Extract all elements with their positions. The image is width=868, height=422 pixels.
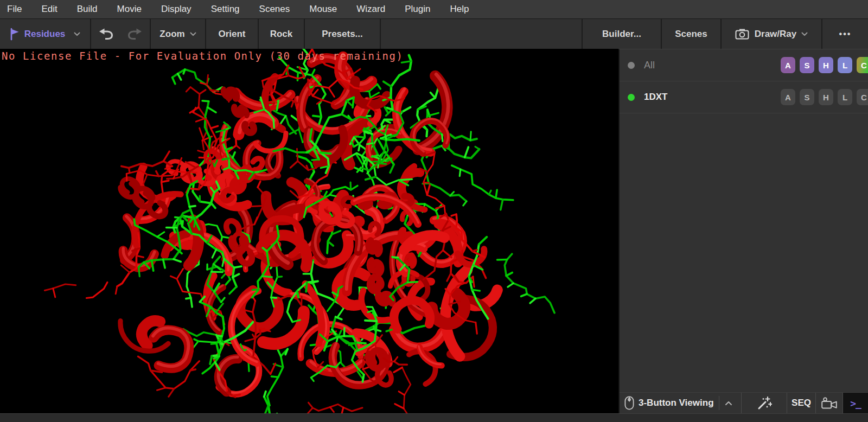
draw-ray-button[interactable]: Draw/Ray xyxy=(722,19,822,49)
flag-icon xyxy=(10,28,20,41)
show-button-s[interactable]: S xyxy=(800,89,814,105)
chevron-up-icon[interactable] xyxy=(725,401,732,406)
chevron-down-icon xyxy=(801,32,808,36)
pymol-window: File Edit Build Movie Display Setting Sc… xyxy=(0,0,868,422)
license-banner: No License File - For Evaluation Only (3… xyxy=(2,50,403,62)
show-button-s[interactable]: S xyxy=(800,57,814,73)
menu-help[interactable]: Help xyxy=(440,0,478,18)
menu-bar: File Edit Build Movie Display Setting Sc… xyxy=(0,0,868,18)
presets-label: Presets... xyxy=(322,29,363,40)
ellipsis-icon: ••• xyxy=(839,29,852,39)
bottom-strip xyxy=(0,413,868,422)
color-button-c[interactable]: C xyxy=(857,57,868,73)
zoom-button[interactable]: Zoom xyxy=(151,19,206,49)
undo-button[interactable] xyxy=(99,28,113,40)
redo-button[interactable] xyxy=(127,28,142,40)
toolbar-spacer xyxy=(381,19,582,49)
magic-wand-icon xyxy=(757,396,772,410)
hide-button-h[interactable]: H xyxy=(819,57,833,73)
hide-button-h[interactable]: H xyxy=(819,89,833,105)
presets-button[interactable]: Presets... xyxy=(305,19,381,49)
residues-mode-button[interactable]: Residues xyxy=(0,19,91,49)
mouse-icon xyxy=(624,396,634,410)
menu-file[interactable]: File xyxy=(0,0,31,18)
movie-camera-icon xyxy=(821,397,838,409)
wizard-wand-button[interactable] xyxy=(741,393,787,413)
zoom-label: Zoom xyxy=(159,29,184,40)
label-button-l[interactable]: L xyxy=(838,57,852,73)
menu-display[interactable]: Display xyxy=(151,0,201,18)
camera-icon xyxy=(735,28,749,40)
chevron-down-icon xyxy=(190,32,196,36)
object-enabled-dot xyxy=(628,94,635,101)
orient-button[interactable]: Orient xyxy=(206,19,259,49)
menu-mouse[interactable]: Mouse xyxy=(299,0,347,18)
rock-button[interactable]: Rock xyxy=(259,19,305,49)
more-options-button[interactable]: ••• xyxy=(822,19,868,49)
divider xyxy=(719,396,719,410)
terminal-prompt-icon: >_ xyxy=(850,398,861,409)
object-row-1dxt[interactable]: 1DXT A S H L C xyxy=(620,81,868,113)
mouse-mode-label: 3-Button Viewing xyxy=(639,398,714,408)
sidebar-status-bar: 3-Button Viewing SEQ xyxy=(620,392,868,413)
scenes-label: Scenes xyxy=(675,29,707,40)
orient-label: Orient xyxy=(218,29,245,40)
seq-label: SEQ xyxy=(792,398,811,408)
builder-label: Builder... xyxy=(602,29,641,40)
draw-ray-label: Draw/Ray xyxy=(755,29,796,40)
3d-viewport[interactable]: No License File - For Evaluation Only (3… xyxy=(0,49,618,413)
menu-wizard[interactable]: Wizard xyxy=(347,0,395,18)
color-button-c[interactable]: C xyxy=(857,89,868,105)
rock-label: Rock xyxy=(270,29,293,40)
residues-mode-label: Residues xyxy=(24,29,66,40)
label-button-l[interactable]: L xyxy=(838,89,852,105)
menu-plugin[interactable]: Plugin xyxy=(395,0,440,18)
object-row-all[interactable]: All A S H L C xyxy=(620,49,868,81)
object-label-1dxt: 1DXT xyxy=(644,92,667,103)
action-button-a[interactable]: A xyxy=(781,89,795,105)
toolbar: Residues Zoom xyxy=(0,18,868,49)
object-state-dot xyxy=(628,62,635,69)
scenes-button[interactable]: Scenes xyxy=(662,19,722,49)
menu-movie[interactable]: Movie xyxy=(107,0,151,18)
movie-camera-button[interactable] xyxy=(815,393,843,413)
chevron-down-icon xyxy=(74,32,80,36)
object-label-all: All xyxy=(644,60,655,71)
action-button-a[interactable]: A xyxy=(781,57,795,73)
ashlc-group-1dxt: A S H L C xyxy=(781,89,868,105)
object-panel: All A S H L C 1DXT A S H L C xyxy=(618,49,868,413)
builder-button[interactable]: Builder... xyxy=(582,19,662,49)
menu-edit[interactable]: Edit xyxy=(31,0,67,18)
undo-redo-group xyxy=(91,19,151,49)
molecule-render-1dxt xyxy=(0,49,618,413)
seq-toggle-button[interactable]: SEQ xyxy=(787,393,815,413)
menu-scenes[interactable]: Scenes xyxy=(250,0,300,18)
terminal-toggle-button[interactable]: >_ xyxy=(843,393,868,413)
ashlc-group-all: A S H L C xyxy=(781,57,868,73)
menu-build[interactable]: Build xyxy=(67,0,107,18)
menu-setting[interactable]: Setting xyxy=(201,0,250,18)
mouse-mode-button[interactable]: 3-Button Viewing xyxy=(620,393,741,413)
